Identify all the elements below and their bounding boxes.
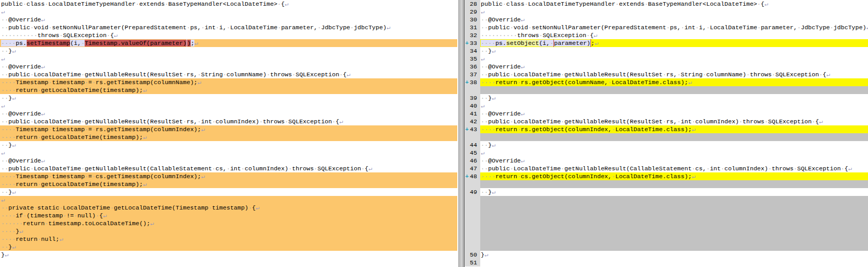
code-text[interactable]: ····Timestamp·timestamp·=·rs.getTimestam… [0, 78, 457, 86]
whitespace-dot: · [677, 71, 681, 78]
code-text[interactable]: ··public·void·setNonNullParameter(Prepar… [0, 24, 457, 31]
whitespace-dot: · [317, 24, 321, 31]
code-text[interactable]: ····return·getLocalDateTime(timestamp);↵ [0, 86, 457, 94]
code-text[interactable]: ··········throws·SQLException·{↵ [480, 31, 868, 39]
whitespace-dot: · [644, 1, 648, 7]
whitespace-dot: · [484, 126, 488, 133]
code-text[interactable]: ··}↵ [0, 94, 457, 102]
code-text[interactable]: ··public·LocalDateTime·getNullableResult… [480, 71, 868, 78]
whitespace-dot: · [663, 71, 666, 78]
left-code-pane[interactable]: public·class·LocalDateTimeTypeHandler·ex… [0, 0, 457, 267]
whitespace-dot: · [110, 204, 114, 211]
code-text[interactable]: ··public·LocalDateTime·getNullableResult… [480, 118, 868, 125]
code-text[interactable]: ··public·LocalDateTime·getNullableResult… [0, 71, 457, 78]
code-text[interactable]: ····Timestamp·timestamp·=·cs.getTimestam… [0, 172, 457, 180]
code-text[interactable]: public·class·LocalDateTimeTypeHandler·ex… [0, 0, 457, 8]
whitespace-dot: · [12, 32, 16, 39]
code-text[interactable]: ↵ [0, 8, 457, 16]
code-text[interactable]: ··}↵ [0, 243, 457, 251]
code-text[interactable]: ··@Override↵ [480, 110, 868, 118]
code-text[interactable]: ↵ [480, 149, 868, 157]
code-line: +48····return·cs.getObject(columnIndex,·… [465, 172, 868, 180]
whitespace-dot: · [332, 118, 335, 125]
code-text[interactable]: ··········throws·SQLException·{↵ [0, 31, 457, 39]
whitespace-dot: · [484, 40, 488, 47]
code-text[interactable]: ··@Override↵ [0, 110, 457, 118]
code-text[interactable]: ··@Override↵ [0, 63, 457, 71]
code-text[interactable]: ··public·void·setNonNullParameter(Prepar… [480, 24, 868, 31]
code-text[interactable]: ··public·LocalDateTime·getNullableResult… [480, 165, 868, 172]
whitespace-dot: · [488, 79, 492, 86]
code-text[interactable]: public·class·LocalDateTimeTypeHandler·ex… [480, 0, 868, 8]
eol-glyph: ↵ [339, 118, 343, 125]
whitespace-dot: · [484, 71, 488, 78]
code-text[interactable]: ↵ [0, 149, 457, 157]
code-text[interactable]: ····return·rs.getObject(columnName,·Loca… [480, 78, 868, 86]
code-text[interactable]: ··}↵ [480, 141, 868, 149]
code-text[interactable]: ↵ [0, 102, 457, 110]
code-text[interactable]: ··@Override↵ [480, 157, 868, 165]
eol-glyph: ↵ [1, 149, 5, 156]
code-text[interactable]: }↵ [0, 251, 457, 259]
code-line: +43····return·rs.getObject(columnIndex,·… [465, 125, 868, 133]
code-text[interactable]: ··public·LocalDateTime·getNullableResult… [0, 118, 457, 125]
line-number-gutter [465, 86, 480, 94]
word-diff-segment: (i,· [539, 40, 553, 47]
whitespace-dot: · [8, 32, 12, 39]
whitespace-dot: · [481, 142, 484, 148]
code-text[interactable]: ····if·(timestamp·!=·null)·{↵ [0, 212, 457, 219]
code-text[interactable]: ··@Override↵ [480, 16, 868, 24]
code-text[interactable]: ↵ [0, 196, 457, 204]
code-text[interactable]: ····return·getLocalDateTime(timestamp);↵ [0, 180, 457, 188]
code-text[interactable]: ··@Override↵ [480, 63, 868, 71]
code-text[interactable]: ····return·getLocalDateTime(timestamp);↵ [0, 133, 457, 141]
code-text[interactable]: ··public·LocalDateTime·getNullableResult… [0, 165, 457, 172]
whitespace-dot: · [12, 40, 16, 47]
right-code-pane[interactable]: 28public·class·LocalDateTimeTypeHandler·… [465, 0, 868, 267]
line-number-gutter: 41 [465, 110, 480, 118]
whitespace-dot: · [517, 173, 521, 180]
filler-line [465, 133, 868, 141]
whitespace-dot: · [209, 204, 212, 211]
code-text[interactable]: ····ps.setObject(i,·parameter);↵ [480, 39, 868, 47]
code-text[interactable]: ··private·static·LocalDateTime·getLocalD… [0, 204, 457, 212]
code-text[interactable]: ↵ [480, 8, 868, 16]
whitespace-dot: · [38, 181, 41, 188]
whitespace-dot: · [663, 118, 666, 125]
code-text[interactable]: ····return·null;↵ [0, 235, 457, 243]
code-text[interactable]: ··}↵ [480, 188, 868, 196]
code-text[interactable]: ··@Override↵ [0, 157, 457, 165]
code-text[interactable]: ····Timestamp·timestamp·=·rs.getTimestam… [0, 125, 457, 133]
code-text[interactable]: ↵ [480, 102, 868, 110]
code-text[interactable]: ··}↵ [480, 94, 868, 102]
whitespace-dot: · [561, 71, 564, 78]
code-text[interactable] [480, 259, 868, 266]
whitespace-dot: · [514, 32, 517, 39]
line-number-gutter: 35 [465, 55, 480, 63]
whitespace-dot: · [484, 48, 488, 54]
code-text[interactable]: ······return·timestamp.toLocalDateTime()… [0, 219, 457, 227]
eol-glyph: ↵ [521, 157, 525, 164]
whitespace-dot: · [267, 71, 270, 78]
code-text[interactable]: }↵ [480, 251, 868, 259]
code-line: ····return·getLocalDateTime(timestamp);↵ [0, 180, 457, 188]
code-text[interactable]: ··}↵ [0, 47, 457, 55]
code-text[interactable]: ··@Override↵ [0, 16, 457, 24]
code-text[interactable] [0, 259, 457, 266]
code-text[interactable]: ····return·rs.getObject(columnIndex,·Loc… [480, 125, 868, 133]
whitespace-dot: · [772, 71, 776, 78]
whitespace-dot: · [481, 40, 484, 47]
code-text[interactable]: ↵ [0, 55, 457, 63]
whitespace-dot: · [5, 157, 8, 164]
code-text[interactable]: ····return·cs.getObject(columnIndex,·Loc… [480, 172, 868, 180]
code-text[interactable]: ··}↵ [0, 141, 457, 149]
whitespace-dot: · [1, 71, 5, 78]
line-number-gutter: 44 [465, 141, 480, 149]
code-text[interactable]: ··}↵ [480, 47, 868, 55]
code-text[interactable]: ↵ [480, 55, 868, 63]
code-text[interactable]: ··}↵ [0, 188, 457, 196]
code-text[interactable]: ····ps.setTimestamp(i,·Timestamp.valueOf… [0, 39, 457, 47]
code-line: ··public·void·setNonNullParameter(Prepar… [0, 24, 457, 31]
code-text[interactable]: ····}↵ [0, 227, 457, 235]
whitespace-dot: · [30, 24, 34, 31]
